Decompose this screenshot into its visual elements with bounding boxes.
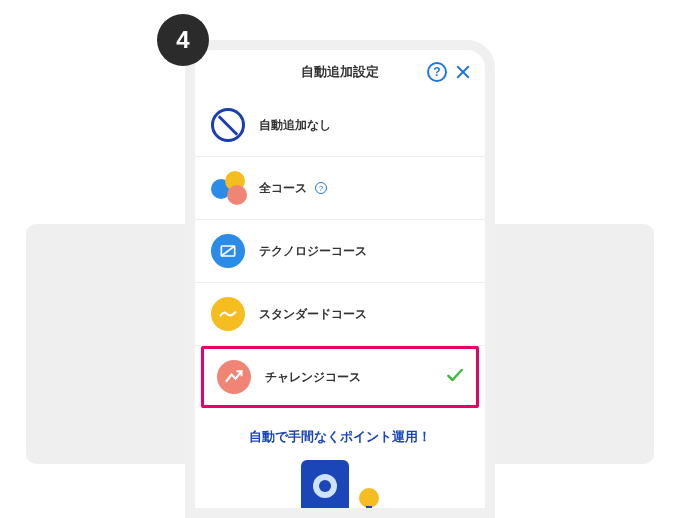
none-icon [211,108,245,142]
svg-line-3 [221,246,234,256]
standard-icon [211,297,245,331]
option-label: 自動追加なし [259,117,331,134]
option-technology[interactable]: テクノロジーコース [195,220,485,283]
challenge-icon [217,360,251,394]
phone-frame: 自動追加設定 ? 自動追加なし 全コース ? [185,40,495,518]
option-label: チャレンジコース [265,369,361,386]
promo-card-icon [301,460,349,518]
info-badge-icon[interactable]: ? [315,182,327,194]
check-icon [445,365,465,389]
option-challenge[interactable]: チャレンジコース [201,346,479,408]
promo-illustration [195,460,485,518]
promo-bulb-icon [359,488,379,508]
option-label: 全コース [259,180,307,197]
header-title: 自動追加設定 [301,63,379,81]
step-number-badge: 4 [157,14,209,66]
option-all-courses[interactable]: 全コース ? [195,157,485,220]
option-standard[interactable]: スタンダードコース [195,283,485,346]
all-courses-icon [211,171,249,205]
option-label: テクノロジーコース [259,243,367,260]
screen-header: 自動追加設定 ? [195,50,485,94]
promo-heading: 自動で手間なくポイント運用！ [195,428,485,446]
option-none[interactable]: 自動追加なし [195,94,485,157]
help-icon[interactable]: ? [427,62,447,82]
close-icon[interactable] [451,60,475,84]
technology-icon [211,234,245,268]
option-label: スタンダードコース [259,306,367,323]
course-list: 自動追加なし 全コース ? テクノロジーコース [195,94,485,408]
